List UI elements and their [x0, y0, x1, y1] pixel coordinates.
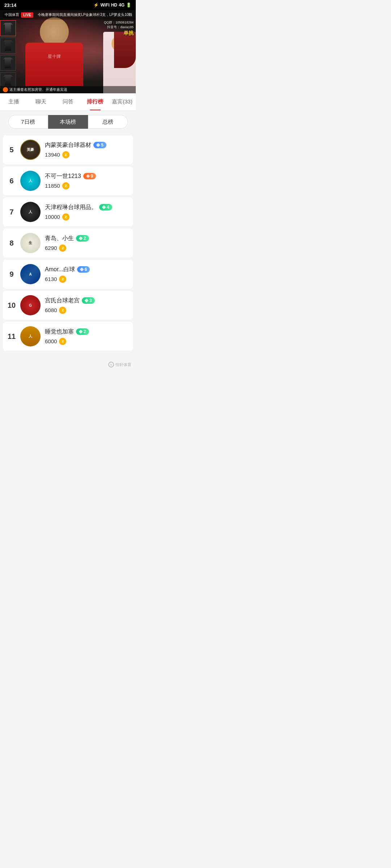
svg-rect-6 [79, 330, 83, 333]
watermark: V 恒轩体育 [0, 360, 136, 370]
rank-score-row-5: 13940 Z [45, 151, 129, 158]
svg-marker-1 [86, 174, 90, 178]
tab-qa[interactable]: 问答 [54, 93, 81, 110]
video-bottom-bar: 送主播签名照加房管、开通年嘉宾送 [0, 86, 136, 93]
rank-name-row-9: Amor...白球 6 [45, 266, 129, 273]
rank-name-9: Amor...白球 [45, 266, 75, 273]
svg-rect-0 [96, 143, 100, 147]
tab-ranking[interactable]: 排行榜 [81, 93, 109, 110]
status-icons: ⚡ WiFi HD 4G 🔋 [93, 3, 131, 8]
rank-number-8: 8 [7, 239, 16, 247]
tab-chat-label: 聊天 [35, 98, 46, 105]
rank-info-6: 不可一世1213 9 11850 Z [45, 173, 129, 190]
person-body [25, 43, 83, 86]
video-overlay-top: 中国体育 LIVE 今晚赛事期间我直播间抽奖LP金象球杆3支，LP梦皮头10颗 [0, 10, 136, 20]
rank-name-row-8: 青岛、小生 2 [45, 235, 129, 242]
ranking-list: 5 英豪 内蒙英豪台球器材 5 13940 Z 6 人 [0, 135, 136, 360]
tab-navigation: 主播 聊天 问答 排行榜 嘉宾(33) [0, 93, 136, 111]
rank-name-row-5: 内蒙英豪台球器材 5 [45, 141, 129, 149]
person-hair [114, 32, 136, 68]
sub-tab-total[interactable]: 总榜 [88, 115, 128, 129]
hd-label: HD [111, 3, 117, 8]
rank-score-5: 13940 [45, 152, 60, 158]
rank-info-7: 天津程琳台球用品。 4 10000 Z [45, 204, 129, 221]
rank-name-10: 宫氏台球老宫 [45, 297, 80, 305]
video-area[interactable]: 中国体育 LIVE 今晚赛事期间我直播间抽奖LP金象球杆3支，LP梦皮头10颗 … [0, 10, 136, 93]
rank-badge-7: 4 [99, 204, 112, 210]
time-display: 23:14 [4, 3, 16, 8]
tab-chat[interactable]: 聊天 [27, 93, 54, 110]
svg-text:V: V [110, 363, 112, 366]
rank-number-6: 6 [7, 177, 16, 185]
rank-info-10: 宫氏台球老宫 3 6080 Z [45, 297, 129, 314]
rank-name-7: 天津程琳台球用品。 [45, 204, 97, 211]
brand-logo: 单挑 [123, 30, 134, 37]
rank-item-6[interactable]: 6 人 不可一世1213 9 11850 Z [3, 166, 133, 195]
rank-badge-6: 9 [83, 173, 96, 179]
rank-score-row-6: 11850 Z [45, 182, 129, 190]
rank-info-11: 睡觉也加塞 2 6000 Z [45, 328, 129, 345]
z-coin-10: Z [59, 307, 66, 314]
rank-name-row-10: 宫氏台球老宫 3 [45, 297, 129, 305]
z-coin-9: Z [59, 276, 66, 283]
svg-rect-2 [102, 205, 106, 209]
rank-score-10: 6080 [45, 307, 57, 313]
qq-info: QQ群：1050618284 抖音号：daxia185 [104, 20, 134, 30]
channel-badge: 中国体育 [3, 12, 21, 18]
rank-score-9: 6130 [45, 276, 57, 282]
rank-score-row-11: 6000 Z [45, 338, 129, 345]
person-head [40, 17, 69, 46]
rank-badge-5: 5 [93, 142, 106, 148]
rank-score-11: 6000 [45, 338, 57, 344]
rank-item-10[interactable]: 10 G 宫氏台球老宫 3 6080 Z [3, 291, 133, 320]
tab-qa-label: 问答 [63, 98, 73, 105]
z-coin-8: Z [59, 244, 66, 252]
tab-guests[interactable]: 嘉宾(33) [109, 93, 136, 110]
bluetooth-icon: ⚡ [93, 3, 99, 8]
rank-item-9[interactable]: 9 A Amor...白球 6 6130 Z [3, 260, 133, 289]
rank-avatar-7: 人 [20, 202, 41, 222]
rank-name-5: 内蒙英豪台球器材 [45, 141, 91, 149]
svg-rect-4 [80, 268, 84, 271]
rank-name-6: 不可一世1213 [45, 173, 81, 180]
rank-name-row-6: 不可一世1213 9 [45, 173, 129, 180]
rank-score-8: 6290 [45, 245, 57, 251]
qq-number: QQ群：1050618284 [104, 20, 134, 25]
rank-number-9: 9 [7, 270, 16, 278]
z-coin-11: Z [59, 338, 66, 345]
thumb-3[interactable] [0, 55, 16, 71]
rank-item-7[interactable]: 7 人 天津程琳台球用品。 4 10000 Z [3, 197, 133, 226]
sub-tab-container: 7日榜 本场榜 总榜 [0, 111, 136, 133]
rank-item-5[interactable]: 5 英豪 内蒙英豪台球器材 5 13940 Z [3, 135, 133, 164]
channel-name-text: 中国体育 [5, 13, 19, 17]
tab-host[interactable]: 主播 [0, 93, 27, 110]
rank-badge-8: 2 [76, 235, 89, 242]
rank-badge-10: 3 [82, 297, 95, 304]
sub-tab-total-label: 总榜 [102, 119, 113, 125]
rank-avatar-9: A [20, 264, 41, 284]
rank-item-11[interactable]: 11 人 睡觉也加塞 2 6000 Z [3, 322, 133, 351]
tab-host-label: 主播 [8, 98, 19, 105]
rank-number-5: 5 [7, 146, 16, 154]
rank-avatar-5: 英豪 [20, 140, 41, 160]
sub-tab-7day[interactable]: 7日榜 [8, 115, 48, 129]
sub-tab-current-label: 本场榜 [60, 119, 76, 125]
watermark-icon: V [108, 362, 114, 367]
brand-name: 单挑 [123, 30, 134, 36]
rank-name-row-11: 睡觉也加塞 2 [45, 328, 129, 336]
rank-badge-11: 2 [76, 328, 89, 335]
thumb-1[interactable] [0, 20, 16, 36]
rank-item-8[interactable]: 8 生 青岛、小生 2 6290 Z [3, 229, 133, 258]
thumb-2[interactable] [0, 38, 16, 54]
rank-badge-9: 6 [77, 266, 90, 273]
rank-avatar-8: 生 [20, 233, 41, 253]
rank-number-11: 11 [7, 332, 16, 341]
rank-number-10: 10 [7, 301, 16, 310]
svg-rect-3 [79, 237, 83, 240]
rank-name-8: 青岛、小生 [45, 235, 74, 242]
sub-tab-current[interactable]: 本场榜 [48, 115, 88, 129]
rank-avatar-10: G [20, 295, 41, 315]
rank-info-9: Amor...白球 6 6130 Z [45, 266, 129, 283]
status-time: 23:14 [4, 3, 16, 8]
rank-name-row-7: 天津程琳台球用品。 4 [45, 204, 129, 211]
